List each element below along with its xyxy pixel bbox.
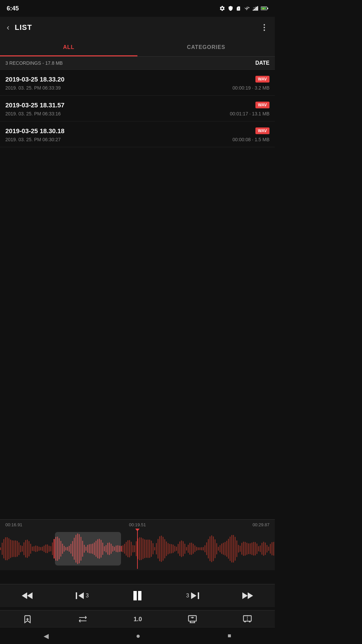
- settings-icon: [219, 5, 225, 11]
- svg-rect-1: [254, 9, 255, 10]
- status-time: 6:45: [7, 5, 19, 12]
- speed-button[interactable]: 1.0: [133, 616, 142, 623]
- recording-bottom: 2019. 03. 25. PM 06:30:27 00:00:08 · 1.5…: [5, 137, 269, 142]
- nav-back-button[interactable]: ◀: [44, 632, 49, 640]
- rewind-icon: [21, 591, 33, 600]
- recordings-summary: 3 RECORDINGS - 17.8 MB: [5, 60, 63, 66]
- svg-rect-14: [133, 591, 137, 600]
- recording-top: 2019-03-25 18.30.18 WAV: [5, 127, 269, 135]
- loop-button[interactable]: [78, 615, 88, 624]
- forward-icon: [242, 591, 254, 600]
- playhead-indicator: [137, 529, 138, 569]
- recording-date: 2019. 03. 25. PM 06:33:39: [5, 85, 61, 91]
- waveform-display[interactable]: var bars = ''; for(var i=0; i<60; i++){ …: [0, 529, 275, 569]
- player-controls: 3 3: [0, 584, 275, 607]
- waveform-container[interactable]: 00:16.91 00:19.51 00:29.87 var bars = ''…: [0, 519, 275, 570]
- wav-badge: WAV: [255, 127, 269, 134]
- next-icon: [190, 591, 200, 600]
- svg-rect-0: [253, 10, 254, 11]
- time-right: 00:29.87: [252, 522, 269, 527]
- back-button[interactable]: ‹: [7, 23, 9, 32]
- recording-top: 2019-03-25 18.33.20 WAV: [5, 76, 269, 83]
- app-bar: ‹ LIST ⋮: [0, 17, 275, 38]
- signal-icon: [253, 6, 258, 11]
- tabs-container: ALL CATEGORIES: [0, 38, 275, 57]
- recording-list: 2019-03-25 18.33.20 WAV 2019. 03. 25. PM…: [0, 70, 275, 147]
- prev-button[interactable]: 3: [75, 591, 89, 600]
- svg-rect-15: [138, 591, 141, 600]
- shield-icon: [228, 5, 233, 11]
- recording-top: 2019-03-25 18.31.57 WAV: [5, 102, 269, 109]
- battery-icon: ⚡: [261, 6, 268, 11]
- recording-date: 2019. 03. 25. PM 06:30:27: [5, 137, 61, 142]
- svg-text:⚡: ⚡: [262, 7, 264, 10]
- wav-badge: WAV: [255, 76, 269, 83]
- app-title: LIST: [15, 23, 32, 32]
- svg-rect-4: [257, 6, 258, 10]
- svg-rect-2: [255, 8, 256, 11]
- svg-marker-10: [22, 592, 27, 599]
- info-bar: 3 RECORDINGS - 17.8 MB DATE: [0, 57, 275, 70]
- svg-rect-16: [198, 592, 199, 599]
- more-button[interactable]: ⋮: [260, 23, 268, 32]
- svg-marker-18: [242, 592, 248, 599]
- next-button[interactable]: 3: [186, 591, 200, 600]
- tab-categories[interactable]: CATEGORIES: [137, 38, 275, 56]
- recording-item[interactable]: 2019-03-25 18.30.18 WAV 2019. 03. 25. PM…: [0, 121, 275, 147]
- app-bar-left: ‹ LIST: [7, 23, 32, 32]
- recording-date: 2019. 03. 25. PM 06:33:16: [5, 111, 61, 116]
- status-bar: 6:45 ⚡: [0, 0, 275, 17]
- recording-item[interactable]: 2019-03-25 18.31.57 WAV 2019. 03. 25. PM…: [0, 96, 275, 121]
- recording-name: 2019-03-25 18.33.20: [5, 76, 64, 83]
- sort-label[interactable]: DATE: [255, 60, 269, 66]
- bookmark-icon: [23, 614, 32, 624]
- rewind-button[interactable]: [21, 591, 33, 600]
- prev-badge: 3: [86, 593, 89, 599]
- svg-rect-7: [267, 8, 268, 9]
- trim-icon: [188, 614, 197, 624]
- svg-marker-13: [78, 592, 84, 599]
- svg-marker-11: [27, 592, 33, 599]
- bottom-controls: 1.0: [0, 610, 275, 628]
- time-center: 00:19.51: [129, 522, 146, 527]
- split-icon: [243, 614, 252, 624]
- pause-icon: [131, 589, 144, 602]
- tab-all[interactable]: ALL: [0, 38, 137, 56]
- time-ruler: 00:16.91 00:19.51 00:29.87: [0, 520, 275, 529]
- recording-bottom: 2019. 03. 25. PM 06:33:39 00:00:19 · 3.2…: [5, 85, 269, 91]
- recording-name: 2019-03-25 18.30.18: [5, 127, 64, 135]
- sim-icon: [236, 5, 241, 11]
- pause-button[interactable]: [131, 589, 144, 602]
- forward-button[interactable]: [242, 591, 254, 600]
- selection-box[interactable]: [55, 532, 121, 566]
- nav-recent-button[interactable]: ■: [228, 632, 231, 639]
- time-left: 00:16.91: [5, 522, 22, 527]
- nav-bar: ◀ ● ■: [0, 627, 275, 644]
- split-button[interactable]: [243, 614, 252, 624]
- svg-rect-24: [243, 616, 251, 621]
- recording-name: 2019-03-25 18.31.57: [5, 102, 64, 109]
- bookmark-button[interactable]: [23, 614, 32, 624]
- nav-home-button[interactable]: ●: [136, 632, 140, 640]
- wav-badge: WAV: [255, 102, 269, 108]
- recording-bottom: 2019. 03. 25. PM 06:33:16 00:01:17 · 13.…: [5, 111, 269, 116]
- status-icons: ⚡: [219, 5, 268, 11]
- recording-item[interactable]: 2019-03-25 18.33.20 WAV 2019. 03. 25. PM…: [0, 70, 275, 96]
- wifi-icon: [243, 6, 250, 11]
- speed-label: 1.0: [133, 616, 142, 623]
- svg-rect-12: [76, 592, 77, 599]
- recording-meta: 00:00:08 · 1.5 MB: [232, 137, 269, 142]
- recording-meta: 00:01:17 · 13.1 MB: [230, 111, 269, 116]
- playhead-triangle: [135, 529, 140, 531]
- prev-icon: [75, 591, 84, 600]
- svg-marker-17: [191, 592, 196, 599]
- recording-meta: 00:00:19 · 3.2 MB: [232, 85, 269, 91]
- next-badge: 3: [186, 593, 189, 599]
- trim-button[interactable]: [188, 614, 197, 624]
- loop-icon: [78, 615, 88, 624]
- svg-rect-20: [188, 616, 196, 621]
- svg-marker-19: [248, 592, 253, 599]
- svg-rect-3: [256, 7, 257, 11]
